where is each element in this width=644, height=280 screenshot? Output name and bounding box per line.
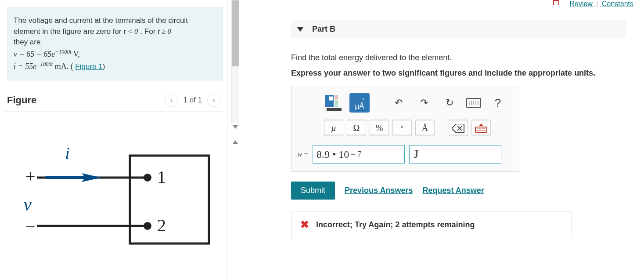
answer-unit: J [414,148,418,161]
math-cond2: t ≥ 0 [158,27,171,36]
caret-down-icon[interactable] [297,27,303,32]
prompt-text: Find the total energy delivered to the e… [291,53,626,62]
answer-panel: μÅ° ↶ ↷ ↻ ? μ Ω % ° Å [291,86,519,172]
answer-row: w = 8.9 • 10− 7 J [298,145,513,164]
problem-text: they are [14,38,40,46]
review-link[interactable]: Review [569,0,592,7]
label-minus: − [25,217,36,236]
scroll-down-icon[interactable] [231,123,239,132]
figure-image: i + v − 1 2 [16,138,223,254]
top-links: Review | Constants [569,0,633,8]
label-plus: + [25,166,36,186]
label-terminal-2: 2 [157,215,166,235]
answer-mantissa: 8.9 • 10 [317,149,349,160]
pager-text: 1 of 1 [183,96,202,105]
constants-link[interactable]: Constants [602,0,633,7]
figure-section: Figure ‹ 1 of 1 › [4,94,223,254]
toolbar-primary: μÅ° ↶ ↷ ↻ ? [298,91,513,120]
svg-rect-18 [475,127,487,132]
answer-label: w = [298,151,308,158]
answer-unit-input[interactable]: J [409,145,501,164]
key-omega[interactable]: Ω [347,120,366,136]
action-row: Submit Previous Answers Request Answer [291,182,626,200]
key-backspace[interactable] [449,120,468,136]
svg-rect-13 [327,108,342,111]
svg-rect-11 [335,100,338,107]
label-terminal-1: 1 [157,167,166,187]
flag-icon [553,0,559,5]
label-v: v [24,195,32,215]
svg-rect-0 [130,156,209,244]
key-keyboard-toggle[interactable] [471,120,491,136]
svg-rect-10 [335,95,338,99]
svg-rect-12 [329,97,333,100]
templates-button[interactable] [324,93,342,113]
figure-link[interactable]: Figure 1 [75,62,102,71]
separator: | [594,0,600,7]
problem-text: element in the figure are zero for [14,27,123,36]
previous-answers-link[interactable]: Previous Answers [345,186,413,195]
figure-title: Figure [7,95,36,106]
toolbar-secondary: μ Ω % ° Å [298,120,513,136]
svg-point-4 [144,222,151,230]
v-expr-b: V, [71,50,79,58]
problem-statement: The voltage and current at the terminals… [7,7,223,80]
feedback-text: Incorrect; Try Again; 2 attempts remaini… [316,220,475,229]
svg-marker-7 [233,125,238,129]
key-angstrom[interactable]: Å [415,120,435,136]
incorrect-icon: ✖ [300,218,309,231]
i-expr-b: mA. ( [53,62,73,71]
svg-marker-14 [452,124,464,133]
math-cond1: t < 0 [123,27,138,36]
svg-marker-8 [233,140,238,144]
undo-button[interactable]: ↶ [390,93,407,113]
request-answer-link[interactable]: Request Answer [422,186,484,195]
problem-text: . For [140,27,158,36]
part-title: Part B [312,25,335,34]
close-paren: ) [103,62,105,71]
divider-scrollbar [227,0,243,280]
pager-prev-button[interactable]: ‹ [165,94,178,107]
v-expr-a: v = 65 − 65e [14,50,55,58]
key-percent[interactable]: % [370,120,389,136]
instruction-text: Express your answer to two significant f… [291,69,626,78]
i-expr-exp: −1000t [36,61,53,67]
key-degree[interactable]: ° [392,120,412,136]
help-button[interactable]: ? [489,93,507,113]
problem-text: The voltage and current at the terminals… [14,16,188,25]
i-expr-a: i = 55e [14,62,36,71]
svg-marker-17 [479,124,483,126]
pager-next-button[interactable]: › [207,94,220,107]
answer-exponent: − 7 [351,150,361,159]
submit-button[interactable]: Submit [291,182,335,200]
part-header[interactable]: Part B [291,20,626,38]
scrollbar-thumb[interactable] [232,0,239,66]
left-pane: The voltage and current at the terminals… [0,0,227,280]
right-pane: Review | Constants Part B Find the total… [243,0,644,280]
v-expr-exp: −1000t [55,49,71,55]
feedback-box: ✖ Incorrect; Try Again; 2 attempts remai… [291,211,572,238]
scroll-up-icon[interactable] [231,138,239,147]
key-mu[interactable]: μ [324,120,343,136]
scrollbar-track[interactable] [231,0,239,123]
label-i: i [65,143,70,163]
redo-button[interactable]: ↷ [415,93,433,113]
keyboard-icon[interactable] [466,98,481,108]
reset-button[interactable]: ↻ [441,93,458,113]
svg-point-3 [144,174,151,182]
figure-pager: ‹ 1 of 1 › [165,94,220,107]
answer-value-input[interactable]: 8.9 • 10− 7 [313,145,405,164]
units-button[interactable]: μÅ° [349,93,370,113]
